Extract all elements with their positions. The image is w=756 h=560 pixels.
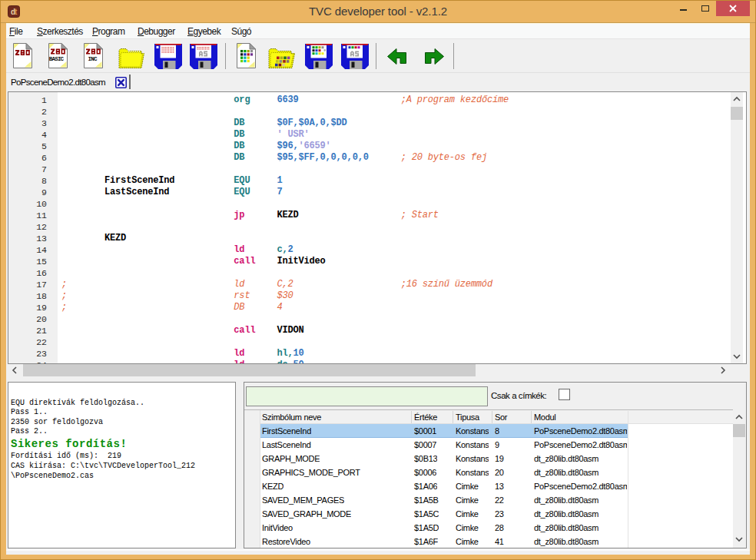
svg-text:BASIC: BASIC [49,56,65,62]
svg-text:INC: INC [88,56,98,62]
